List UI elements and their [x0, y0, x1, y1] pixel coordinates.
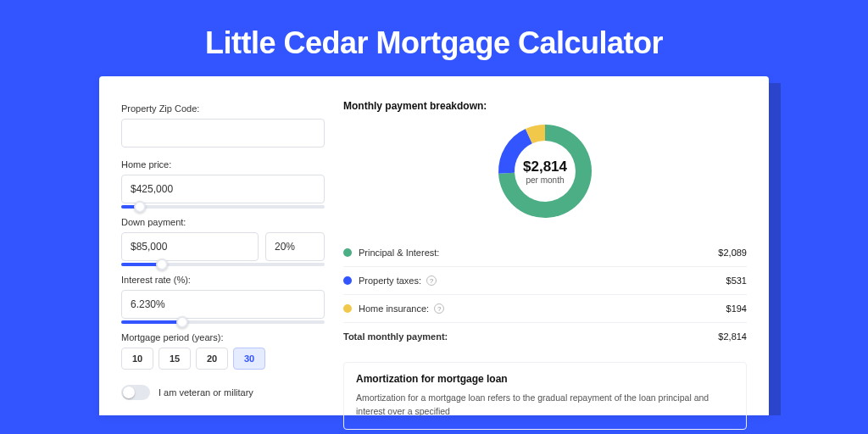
donut-center: $2,814 per month	[523, 159, 567, 185]
zip-label: Property Zip Code:	[121, 103, 325, 114]
amortization-body: Amortization for a mortgage loan refers …	[356, 392, 734, 419]
veteran-label: I am veteran or military	[159, 387, 253, 398]
legend-label: Home insurance:	[359, 303, 429, 314]
legend-dot	[343, 248, 352, 257]
home-price-input[interactable]	[121, 175, 325, 203]
amortization-title: Amortization for mortgage loan	[356, 373, 734, 385]
slider-thumb[interactable]	[156, 259, 168, 270]
period-label: Mortgage period (years):	[121, 332, 325, 342]
down-payment-slider[interactable]	[121, 263, 325, 266]
down-payment-input[interactable]	[121, 232, 259, 261]
legend-dot	[343, 276, 352, 285]
donut-value: $2,814	[523, 159, 567, 175]
home-price-label: Home price:	[121, 159, 325, 170]
down-payment-label: Down payment:	[121, 217, 325, 227]
slider-thumb[interactable]	[134, 201, 146, 213]
legend-row: Principal & Interest:$2,089	[343, 239, 747, 266]
interest-label: Interest rate (%):	[121, 275, 325, 285]
decorative-shadow	[769, 83, 781, 415]
zip-input[interactable]	[121, 119, 325, 147]
legend-amount: $531	[726, 275, 747, 286]
donut-sub: per month	[523, 175, 567, 185]
period-option-30[interactable]: 30	[233, 348, 265, 370]
info-icon[interactable]: ?	[426, 275, 437, 286]
legend-row: Home insurance:?$194	[343, 294, 747, 322]
breakdown-title: Monthly payment breakdown:	[343, 100, 747, 112]
legend-amount: $2,089	[718, 248, 747, 258]
toggle-knob	[123, 387, 135, 398]
slider-fill	[121, 320, 182, 324]
period-segmented: 10152030	[121, 348, 325, 370]
legend-list: Principal & Interest:$2,089Property taxe…	[343, 239, 747, 322]
calculator-card: Property Zip Code: Home price: Down paym…	[99, 76, 769, 415]
period-option-10[interactable]: 10	[121, 348, 153, 370]
legend-total-row: Total monthly payment: $2,814	[343, 322, 747, 350]
donut-chart: $2,814 per month	[494, 120, 596, 222]
period-option-20[interactable]: 20	[196, 348, 228, 370]
legend-dot	[343, 304, 352, 313]
interest-slider[interactable]	[121, 320, 325, 324]
amortization-section: Amortization for mortgage loan Amortizat…	[343, 362, 747, 430]
down-payment-pct-input[interactable]	[265, 232, 325, 261]
input-panel: Property Zip Code: Home price: Down paym…	[121, 100, 325, 430]
info-icon[interactable]: ?	[434, 303, 444, 314]
legend-label: Property taxes:	[359, 275, 421, 286]
home-price-slider[interactable]	[121, 205, 325, 209]
legend-label: Principal & Interest:	[359, 248, 439, 258]
legend-amount: $194	[726, 303, 747, 314]
breakdown-panel: Monthly payment breakdown: $2,814 per mo…	[343, 100, 747, 430]
total-label: Total monthly payment:	[343, 331, 448, 342]
total-amount: $2,814	[718, 331, 747, 342]
page-title: Little Cedar Mortgage Calculator	[0, 0, 868, 76]
veteran-toggle[interactable]	[121, 385, 150, 400]
period-option-15[interactable]: 15	[159, 348, 191, 370]
slider-thumb[interactable]	[176, 316, 188, 328]
legend-row: Property taxes:?$531	[343, 266, 747, 294]
interest-input[interactable]	[121, 290, 325, 319]
